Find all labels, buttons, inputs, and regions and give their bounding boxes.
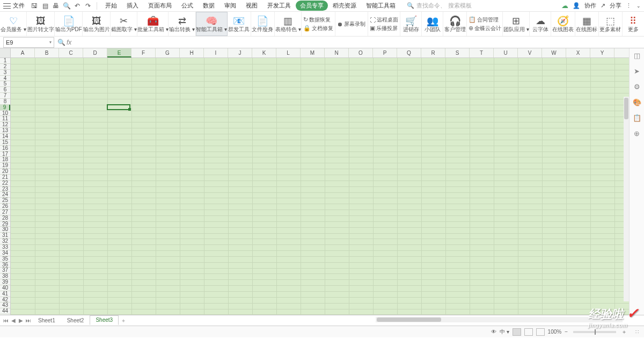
- ribbon-更多素材[interactable]: ⬚更多素材: [599, 12, 623, 36]
- sheet-nav-prev[interactable]: ◀: [10, 318, 17, 323]
- ribbon-输出为图片[interactable]: 🖼输出为图片: [83, 12, 111, 36]
- ribbon-在线图表[interactable]: 🧭在线图表: [551, 12, 575, 36]
- ribbon-远程桌面[interactable]: ⛶远程桌面: [370, 16, 398, 24]
- clipboard-icon[interactable]: 📋: [633, 114, 641, 122]
- namebox-dropdown-icon[interactable]: ▾: [49, 40, 52, 45]
- tab-公式[interactable]: 公式: [177, 0, 198, 11]
- undo-icon[interactable]: ↶: [73, 2, 82, 10]
- zoom-slider-thumb[interactable]: [595, 329, 596, 335]
- name-box[interactable]: E9 ▾: [3, 37, 54, 48]
- encode-label[interactable]: 中 ▾: [500, 328, 509, 336]
- status-more-icon[interactable]: ∷: [635, 329, 640, 335]
- sheet-tab-Sheet1[interactable]: Sheet1: [32, 316, 61, 325]
- print-icon[interactable]: 🖶: [52, 2, 60, 10]
- ribbon-云字体[interactable]: ☁︎云字体: [530, 12, 551, 36]
- sheet-tab-Sheet3[interactable]: Sheet3: [90, 315, 119, 325]
- file-menu[interactable]: 文件: [13, 2, 25, 10]
- column-header-L[interactable]: L: [276, 48, 301, 57]
- bookmark-icon[interactable]: ◫: [634, 52, 640, 60]
- column-header-D[interactable]: D: [83, 48, 107, 57]
- column-header-T[interactable]: T: [470, 48, 494, 57]
- column-header-B[interactable]: B: [35, 48, 59, 57]
- row-header-3[interactable]: 3: [0, 70, 10, 76]
- column-header-I[interactable]: I: [204, 48, 228, 57]
- ribbon-乐播投屏[interactable]: ▣乐播投屏: [370, 25, 398, 32]
- row-header-41[interactable]: 41: [0, 291, 10, 297]
- ribbon-金蝶云会计[interactable]: ⊕金蝶云会计: [469, 25, 501, 32]
- column-header-M[interactable]: M: [301, 48, 325, 57]
- tab-开始[interactable]: 开始: [100, 0, 122, 11]
- row-header-35[interactable]: 35: [0, 256, 10, 262]
- ribbon-进销存[interactable]: 🛒进销存: [400, 12, 422, 36]
- share-label[interactable]: 分享: [610, 2, 621, 10]
- row-header-9[interactable]: 9: [0, 105, 10, 111]
- ribbon-更多[interactable]: ⠿更多: [623, 12, 644, 36]
- vscroll-thumb[interactable]: [624, 98, 628, 119]
- ribbon-文档修复[interactable]: 🔒文档修复: [303, 25, 333, 32]
- menu-icon[interactable]: [3, 3, 11, 9]
- column-header-Y[interactable]: Y: [590, 48, 614, 57]
- tab-审阅[interactable]: 审阅: [219, 0, 241, 11]
- selected-cell[interactable]: [107, 104, 130, 110]
- column-header-P[interactable]: P: [373, 48, 397, 57]
- column-header-G[interactable]: G: [156, 48, 180, 57]
- view-page-break[interactable]: [536, 328, 545, 336]
- tab-开发工具[interactable]: 开发工具: [262, 0, 296, 11]
- column-header-O[interactable]: O: [349, 48, 373, 57]
- column-header-N[interactable]: N: [325, 48, 349, 57]
- zoom-in-button[interactable]: ＋: [621, 328, 627, 336]
- view-page-layout[interactable]: [524, 328, 533, 336]
- sheet-nav-last[interactable]: ⏭: [25, 318, 32, 323]
- column-header-H[interactable]: H: [180, 48, 204, 57]
- ribbon-小团队[interactable]: 👥小团队: [422, 12, 443, 36]
- save-icon[interactable]: 🖫: [30, 2, 39, 10]
- zoom-slider[interactable]: [573, 331, 616, 333]
- palette-icon[interactable]: 🎨: [633, 98, 641, 106]
- column-header-R[interactable]: R: [421, 48, 445, 57]
- sheet-nav-next[interactable]: ▶: [17, 318, 25, 323]
- ribbon-文件瘦身[interactable]: 📄文件瘦身: [251, 12, 275, 36]
- dropdown-icon[interactable]: ⌄: [636, 3, 641, 9]
- tab-稻壳资源[interactable]: 稻壳资源: [328, 0, 361, 11]
- tab-视图[interactable]: 视图: [241, 0, 262, 11]
- column-header-X[interactable]: X: [566, 48, 590, 57]
- view-normal[interactable]: [513, 328, 521, 336]
- fx-button[interactable]: 🔍 fx: [57, 39, 71, 46]
- new-icon[interactable]: ▤: [41, 2, 49, 10]
- ribbon-屏幕录制[interactable]: ⏺屏幕录制: [337, 20, 365, 28]
- column-header-S[interactable]: S: [445, 48, 470, 57]
- column-header-A[interactable]: A: [11, 48, 35, 57]
- ribbon-在线图标[interactable]: ▦在线图标: [575, 12, 599, 36]
- row-header-16[interactable]: 16: [0, 146, 10, 152]
- ribbon-群发工具[interactable]: 📧群发工具: [228, 12, 251, 36]
- column-header-K[interactable]: K: [252, 48, 276, 57]
- ribbon-批量工具箱[interactable]: 🧰批量工具箱 ▾: [137, 12, 169, 36]
- ribbon-会员服务[interactable]: ♡会员服务 ▾: [0, 12, 27, 36]
- select-all-corner[interactable]: [0, 48, 10, 58]
- tab-插入[interactable]: 插入: [122, 0, 143, 11]
- preview-icon[interactable]: 🔍: [62, 2, 71, 10]
- tab-智能工具箱[interactable]: 智能工具箱: [361, 0, 400, 11]
- plus-icon[interactable]: ⊕: [634, 129, 640, 138]
- column-header-E[interactable]: E: [107, 48, 131, 57]
- ribbon-客户管理[interactable]: 🎧客户管理: [443, 12, 467, 36]
- ribbon-合同管理[interactable]: 📋合同管理: [469, 16, 501, 24]
- tab-会员专享[interactable]: 会员专享: [296, 1, 328, 11]
- column-header-J[interactable]: J: [228, 48, 252, 57]
- column-header-U[interactable]: U: [494, 48, 518, 57]
- ribbon-数据恢复[interactable]: ↻数据恢复: [303, 16, 333, 24]
- fill-handle[interactable]: [128, 108, 131, 111]
- sheet-nav-first[interactable]: ⏮: [2, 318, 10, 323]
- ribbon-智能工具箱[interactable]: 🧠智能工具箱 ▾: [196, 12, 228, 36]
- tab-数据[interactable]: 数据: [198, 0, 219, 11]
- zoom-value[interactable]: 100%: [548, 329, 562, 335]
- arrow-icon[interactable]: ➤: [634, 67, 640, 75]
- tab-页面布局[interactable]: 页面布局: [143, 0, 177, 11]
- sheet-tab-Sheet2[interactable]: Sheet2: [61, 316, 90, 325]
- settings-icon[interactable]: ⚙: [634, 83, 640, 91]
- zoom-out-button[interactable]: −: [565, 329, 568, 335]
- cloud-icon[interactable]: ☁︎: [561, 2, 568, 10]
- ribbon-图片转文字[interactable]: 🖼图片转文字: [27, 12, 55, 36]
- column-header-W[interactable]: W: [542, 48, 566, 57]
- share-icon[interactable]: ↗: [601, 2, 605, 9]
